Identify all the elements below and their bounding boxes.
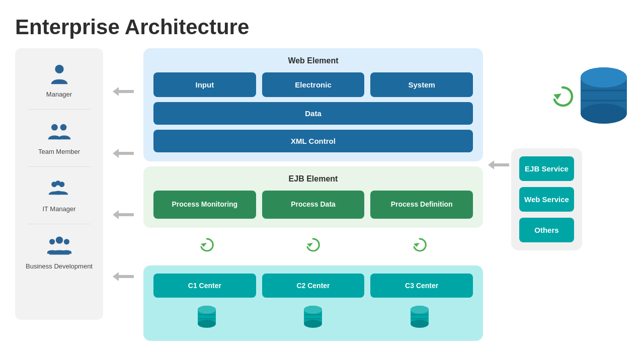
refresh-icons-row [143, 233, 483, 260]
top-right-section [488, 48, 629, 146]
svg-point-30 [411, 320, 429, 328]
svg-marker-9 [113, 87, 134, 96]
sidebar-item-biz-dev: Business Development [20, 229, 98, 276]
db-icon-c2 [303, 305, 323, 332]
business-dev-icon [47, 234, 71, 260]
svg-point-25 [304, 306, 322, 314]
svg-point-1 [51, 124, 58, 131]
refresh-icon-2 [305, 237, 321, 256]
svg-point-24 [304, 320, 322, 328]
divider-2 [28, 166, 91, 167]
right-service-area: EJB Service Web Service Others [488, 148, 629, 250]
sidebar-label-team: Team Member [38, 148, 80, 156]
svg-point-0 [55, 65, 63, 73]
svg-marker-10 [113, 149, 134, 158]
c-row: C1 Center C2 Center C3 Center [153, 274, 473, 298]
svg-marker-12 [113, 272, 134, 281]
refresh-icon-1 [199, 237, 215, 256]
c1-center-button[interactable]: C1 Center [153, 274, 256, 298]
input-button[interactable]: Input [153, 72, 256, 97]
divider-1 [28, 109, 91, 110]
xml-control-button[interactable]: XML Control [153, 130, 473, 152]
ejb-element-panel: EJB Element Process Monitoring Process D… [143, 166, 483, 228]
system-button[interactable]: System [370, 72, 473, 97]
svg-point-6 [55, 236, 62, 243]
ejb-row: Process Monitoring Process Data Process … [153, 191, 473, 219]
data-button[interactable]: Data [153, 102, 473, 125]
team-member-icon [47, 120, 71, 146]
db-icon-c1 [197, 305, 217, 332]
arrow-left-icon-2 [113, 148, 134, 159]
arrows-column [103, 48, 143, 320]
svg-marker-41 [488, 160, 509, 169]
svg-point-18 [198, 320, 216, 328]
others-button[interactable]: Others [519, 218, 574, 242]
it-manager-icon [47, 177, 71, 203]
electronic-button[interactable]: Electronic [262, 72, 365, 97]
web-row1: Input Electronic System [153, 72, 473, 97]
refresh-icon-3 [412, 237, 428, 256]
process-monitoring-button[interactable]: Process Monitoring [153, 191, 256, 219]
svg-point-37 [581, 104, 627, 124]
arrow-team [113, 148, 134, 159]
ejb-service-button[interactable]: EJB Service [519, 156, 574, 181]
c3-center-button[interactable]: C3 Center [370, 274, 473, 298]
main-content: Manager Team Member [15, 48, 629, 352]
ejb-element-title: EJB Element [153, 174, 473, 184]
svg-point-31 [411, 306, 429, 314]
sidebar-item-team-member: Team Member [20, 115, 98, 161]
web-service-button[interactable]: Web Service [519, 187, 574, 212]
manager-icon [47, 62, 71, 88]
svg-point-38 [581, 67, 627, 87]
svg-point-19 [198, 306, 216, 314]
sidebar-label-manager: Manager [46, 90, 72, 99]
arrow-biz [113, 271, 134, 282]
sidebar: Manager Team Member [15, 48, 103, 320]
c-db-row [153, 303, 473, 334]
svg-point-7 [49, 239, 55, 244]
db-icon-c3 [410, 305, 430, 332]
sidebar-item-manager: Manager [20, 57, 98, 104]
process-definition-button[interactable]: Process Definition [370, 191, 473, 219]
svg-point-8 [63, 239, 69, 244]
refresh-icon-big [550, 84, 575, 111]
c-element-panel: C1 Center C2 Center C3 Center [143, 265, 483, 341]
page-title: Enterprise Architecture [15, 15, 629, 39]
arrow-manager [113, 86, 134, 97]
service-panel: EJB Service Web Service Others [511, 148, 582, 250]
svg-point-2 [60, 124, 66, 131]
web-element-title: Web Element [153, 56, 473, 65]
db-icon-main [579, 66, 629, 129]
c2-center-button[interactable]: C2 Center [262, 274, 365, 298]
sidebar-item-it-manager: IT Manager [20, 172, 98, 219]
svg-point-5 [55, 180, 60, 186]
page: Enterprise Architecture Manager [0, 0, 644, 362]
arrow-left-icon-1 [113, 86, 134, 97]
arrow-left-icon-4 [113, 271, 134, 282]
sidebar-label-biz: Business Development [26, 262, 93, 271]
divider-3 [28, 224, 91, 224]
right-layout: EJB Service Web Service Others [488, 48, 629, 250]
process-data-button[interactable]: Process Data [262, 191, 365, 219]
web-element-panel: Web Element Input Electronic System Data… [143, 48, 483, 161]
sidebar-label-it: IT Manager [42, 205, 75, 214]
ejb-left-arrow [488, 148, 509, 170]
center-panels: Web Element Input Electronic System Data… [143, 48, 483, 341]
arrow-it [113, 209, 134, 220]
svg-marker-11 [113, 210, 134, 219]
arrow-left-icon-3 [113, 209, 134, 220]
